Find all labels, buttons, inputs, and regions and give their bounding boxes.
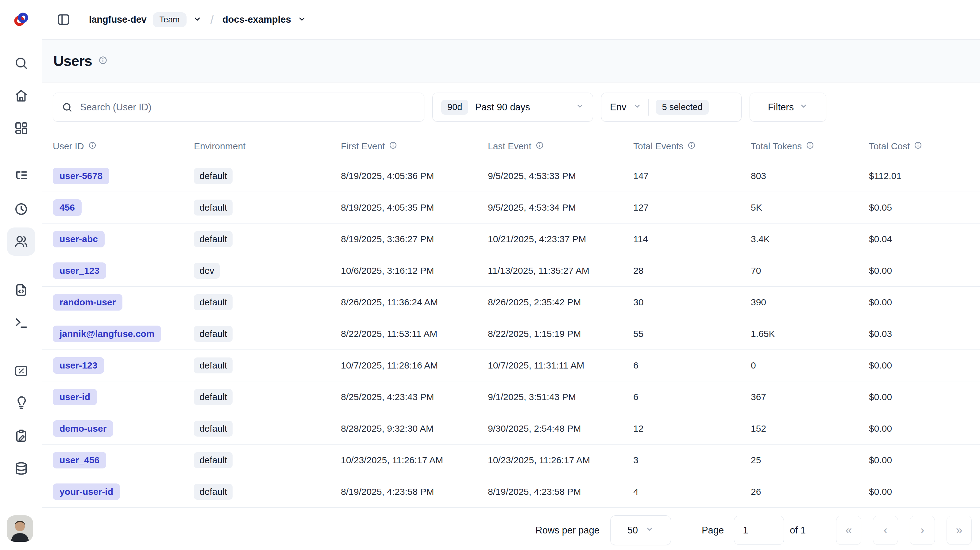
page-info-icon[interactable] xyxy=(98,55,108,66)
sidebar-item-search[interactable] xyxy=(7,49,35,77)
sidebar-item-playground-terminal[interactable] xyxy=(7,308,35,337)
user-id-badge[interactable]: user_456 xyxy=(53,452,106,468)
user-id-badge[interactable]: user-5678 xyxy=(53,168,109,184)
sidebar-item-prompts-file-code[interactable] xyxy=(7,276,35,304)
total-tokens-cell: 3.4K xyxy=(751,234,869,244)
table-row[interactable]: 456 default 8/19/2025, 4:05:35 PM 9/5/20… xyxy=(42,192,980,223)
table-row[interactable]: user-id default 8/25/2025, 4:23:43 PM 9/… xyxy=(42,381,980,413)
sidebar-item-sessions-clock[interactable] xyxy=(7,195,35,223)
environment-badge: default xyxy=(194,168,232,184)
column-info-icon[interactable] xyxy=(535,141,544,152)
project-name[interactable]: docs-examples xyxy=(223,14,291,25)
user-id-badge[interactable]: jannik@langfuse.com xyxy=(53,326,161,342)
total-cost-cell: $0.00 xyxy=(869,392,980,402)
sidebar-item-tracing-tree[interactable] xyxy=(7,162,35,191)
chevron-down-icon xyxy=(576,102,584,113)
last-event-cell: 10/21/2025, 4:23:37 PM xyxy=(488,234,633,244)
environment-filter-button[interactable]: Env 5 selected xyxy=(601,93,741,122)
column-info-icon[interactable] xyxy=(914,141,922,152)
user-id-badge[interactable]: user_123 xyxy=(53,262,106,279)
org-name[interactable]: langfuse-dev xyxy=(89,14,147,25)
langfuse-logo[interactable] xyxy=(12,10,30,29)
column-label: Total Events xyxy=(633,141,683,151)
sidebar-item-dashboard-grid[interactable] xyxy=(7,114,35,142)
environment-badge: default xyxy=(194,484,232,500)
table-row[interactable]: user-5678 default 8/19/2025, 4:05:36 PM … xyxy=(42,160,980,192)
main-area: langfuse-dev Team / docs-examples Users xyxy=(42,0,980,550)
column-label: Environment xyxy=(194,141,245,151)
total-cost-cell: $0.00 xyxy=(869,360,980,371)
app-root: langfuse-dev Team / docs-examples Users xyxy=(0,0,980,550)
first-event-cell: 10/6/2025, 3:16:12 PM xyxy=(341,265,488,276)
datasets-database-icon xyxy=(14,461,29,476)
column-label: First Event xyxy=(341,141,385,151)
table-body: user-5678 default 8/19/2025, 4:05:36 PM … xyxy=(42,160,980,508)
sidebar-item-evaluation-percent[interactable] xyxy=(7,357,35,385)
table-row[interactable]: demo-user default 8/28/2025, 9:32:30 AM … xyxy=(42,413,980,445)
table-row[interactable]: your-user-id default 8/19/2025, 4:23:58 … xyxy=(42,476,980,508)
column-header-total-tokens: Total Tokens xyxy=(751,141,869,152)
sidebar-item-annotation-clipboard[interactable] xyxy=(7,422,35,450)
user-avatar[interactable] xyxy=(7,515,33,542)
column-header-environment: Environment xyxy=(194,141,341,151)
first-event-cell: 8/26/2025, 11:36:24 AM xyxy=(341,297,488,307)
org-type-badge: Team xyxy=(153,12,186,27)
total-events-cell: 6 xyxy=(633,360,751,371)
breadcrumb-separator: / xyxy=(210,13,214,27)
total-cost-cell: $0.00 xyxy=(869,265,980,276)
breadcrumb: langfuse-dev Team / docs-examples xyxy=(89,12,307,27)
date-range-button[interactable]: 90d Past 90 days xyxy=(432,93,593,122)
column-info-icon[interactable] xyxy=(88,141,97,152)
top-bar: langfuse-dev Team / docs-examples xyxy=(42,0,980,40)
rows-per-page-select[interactable]: 50 xyxy=(610,515,671,545)
page-label: Page xyxy=(702,525,724,536)
content: 90d Past 90 days Env 5 selected Filters xyxy=(42,82,980,550)
total-events-cell: 3 xyxy=(633,455,751,465)
total-tokens-cell: 25 xyxy=(751,455,869,465)
prev-page-button[interactable]: ‹ xyxy=(873,516,898,545)
user-id-badge[interactable]: demo-user xyxy=(53,420,113,437)
sidebar-item-insights-lightbulb[interactable] xyxy=(7,389,35,418)
user-id-badge[interactable]: 456 xyxy=(53,199,82,216)
search-input[interactable] xyxy=(80,101,415,113)
next-page-button[interactable]: › xyxy=(910,516,935,545)
filters-label: Filters xyxy=(768,102,794,113)
sidebar-item-users[interactable] xyxy=(7,227,35,256)
table-row[interactable]: user_456 default 10/23/2025, 11:26:17 AM… xyxy=(42,445,980,476)
last-page-button[interactable]: » xyxy=(947,516,972,545)
user-id-badge[interactable]: user-id xyxy=(53,389,97,405)
table-row[interactable]: random-user default 8/26/2025, 11:36:24 … xyxy=(42,287,980,318)
page-number-input[interactable] xyxy=(734,516,784,545)
environment-badge: dev xyxy=(194,263,220,279)
sidebar xyxy=(0,0,42,550)
project-switcher-button[interactable] xyxy=(298,14,307,25)
users-icon xyxy=(14,234,29,249)
column-info-icon[interactable] xyxy=(687,141,696,152)
column-info-icon[interactable] xyxy=(389,141,397,152)
table-row[interactable]: user-abc default 8/19/2025, 3:36:27 PM 1… xyxy=(42,223,980,255)
total-cost-cell: $0.00 xyxy=(869,423,980,434)
table-row[interactable]: user-123 default 10/7/2025, 11:28:16 AM … xyxy=(42,350,980,381)
user-id-badge[interactable]: your-user-id xyxy=(53,483,120,500)
first-page-button[interactable]: « xyxy=(836,516,861,545)
sidebar-item-datasets-database[interactable] xyxy=(7,454,35,483)
chevron-down-icon xyxy=(298,14,307,24)
total-events-cell: 4 xyxy=(633,487,751,497)
first-event-cell: 8/19/2025, 4:23:58 PM xyxy=(341,487,488,497)
environment-badge: default xyxy=(194,357,232,373)
last-event-cell: 8/22/2025, 1:15:19 PM xyxy=(488,329,633,339)
user-id-badge[interactable]: user-123 xyxy=(53,357,104,374)
filters-button[interactable]: Filters xyxy=(749,93,826,122)
org-switcher-button[interactable] xyxy=(192,14,202,25)
column-info-icon[interactable] xyxy=(806,141,814,152)
divider xyxy=(648,99,649,116)
table-row[interactable]: user_123 dev 10/6/2025, 3:16:12 PM 11/13… xyxy=(42,255,980,287)
first-event-cell: 8/22/2025, 11:53:11 AM xyxy=(341,329,488,339)
user-id-badge[interactable]: random-user xyxy=(53,294,123,311)
last-event-cell: 10/7/2025, 11:31:11 AM xyxy=(488,360,633,371)
sidebar-item-home[interactable] xyxy=(7,82,35,110)
env-selected-badge: 5 selected xyxy=(656,100,708,115)
user-id-badge[interactable]: user-abc xyxy=(53,231,105,247)
table-row[interactable]: jannik@langfuse.com default 8/22/2025, 1… xyxy=(42,318,980,350)
sidebar-toggle-button[interactable] xyxy=(56,13,70,27)
